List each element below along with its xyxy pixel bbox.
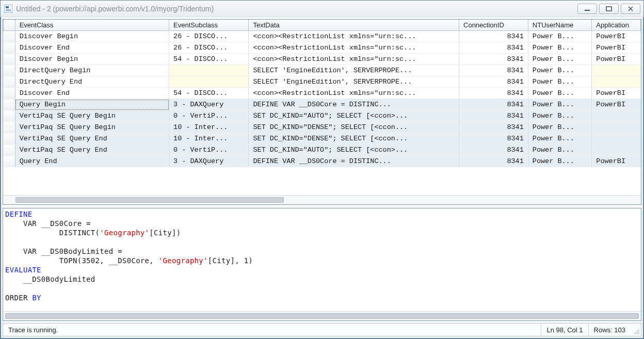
cell-event-class[interactable]: VertiPaq SE Query End — [15, 144, 169, 156]
cell-text-data[interactable]: <ccon><RestrictionList xmlns="urn:sc... — [249, 54, 459, 65]
cell-event-class[interactable]: Query End — [15, 156, 169, 167]
cell-text-data[interactable]: SELECT 'EngineEdition', SERVERPROPE... — [249, 76, 459, 88]
grid-horizontal-scrollbar[interactable] — [3, 195, 641, 204]
row-header[interactable] — [4, 88, 15, 99]
cell-text-data[interactable]: <ccon><RestrictionList xmlns="urn:sc... — [249, 88, 459, 99]
cell-event-class[interactable]: Discover End — [15, 88, 169, 99]
cell-nt-user[interactable]: Power B... — [528, 88, 592, 99]
cell-event-class[interactable]: Discover Begin — [15, 54, 169, 65]
table-row[interactable]: VertiPaq SE Query Begin0 - VertiP...SET … — [4, 110, 641, 122]
text-data-viewer[interactable]: DEFINE VAR __DS0Core = DISTINCT('Geograp… — [3, 208, 641, 311]
cell-text-data[interactable]: <ccon><RestrictionList xmlns="urn:sc... — [249, 42, 459, 54]
cell-event-class[interactable]: VertiPaq SE Query Begin — [15, 110, 169, 122]
cell-event-class[interactable]: VertiPaq SE Query Begin — [15, 122, 169, 133]
grid-rowheader-corner[interactable] — [4, 20, 15, 31]
row-header[interactable] — [4, 156, 15, 167]
cell-text-data[interactable]: <ccon><RestrictionList xmlns="urn:sc... — [249, 31, 459, 42]
cell-nt-user[interactable]: Power B... — [528, 99, 592, 110]
col-text-data[interactable]: TextData — [249, 20, 459, 31]
table-row[interactable]: Discover Begin26 - DISCO...<ccon><Restri… — [4, 31, 641, 42]
scrollbar-thumb[interactable] — [15, 197, 284, 203]
table-row[interactable]: VertiPaq SE Query Begin10 - Inter...SET … — [4, 122, 641, 133]
row-header[interactable] — [4, 76, 15, 88]
cell-nt-user[interactable]: Power B... — [528, 133, 592, 144]
cell-application[interactable]: PowerBI — [592, 31, 641, 42]
cell-connection-id[interactable]: 8341 — [459, 54, 528, 65]
cell-event-class[interactable]: Discover End — [15, 42, 169, 54]
cell-event-subclass[interactable]: 10 - Inter... — [169, 122, 249, 133]
cell-application[interactable] — [592, 144, 641, 156]
resize-grip-icon[interactable] — [631, 324, 641, 336]
table-row[interactable]: Discover End54 - DISCO...<ccon><Restrict… — [4, 88, 641, 99]
col-nt-user-name[interactable]: NTUserName — [528, 20, 592, 31]
row-header[interactable] — [4, 99, 15, 110]
col-application[interactable]: Application — [592, 20, 641, 31]
cell-text-data[interactable]: DEFINE VAR __DS0Core = DISTINC... — [249, 99, 459, 110]
cell-event-subclass[interactable]: 3 - DAXQuery — [169, 99, 249, 110]
cell-nt-user[interactable]: Power B... — [528, 122, 592, 133]
cell-connection-id[interactable]: 8341 — [459, 88, 528, 99]
row-header[interactable] — [4, 122, 15, 133]
cell-connection-id[interactable]: 8341 — [459, 122, 528, 133]
table-row[interactable]: VertiPaq SE Query End0 - VertiP...SET DC… — [4, 144, 641, 156]
cell-text-data[interactable]: SET DC_KIND="AUTO"; SELECT [<ccon>... — [249, 110, 459, 122]
row-header[interactable] — [4, 31, 15, 42]
cell-connection-id[interactable]: 8341 — [459, 133, 528, 144]
cell-event-class[interactable]: Query Begin — [15, 99, 169, 110]
cell-event-subclass[interactable]: 54 - DISCO... — [169, 88, 249, 99]
table-row[interactable]: DirectQuery End SELECT 'EngineEdition', … — [4, 76, 641, 88]
col-event-subclass[interactable]: EventSubclass — [169, 20, 249, 31]
cell-nt-user[interactable]: Power B... — [528, 54, 592, 65]
table-row[interactable]: Query Begin3 - DAXQueryDEFINE VAR __DS0C… — [4, 99, 641, 110]
cell-connection-id[interactable]: 8341 — [459, 65, 528, 76]
cell-event-subclass[interactable]: 0 - VertiP... — [169, 144, 249, 156]
cell-event-subclass[interactable]: 3 - DAXQuery — [169, 156, 249, 167]
cell-connection-id[interactable]: 8341 — [459, 31, 528, 42]
scrollbar-thumb[interactable] — [5, 313, 639, 319]
cell-nt-user[interactable]: Power B... — [528, 110, 592, 122]
cell-event-subclass[interactable] — [169, 76, 249, 88]
cell-nt-user[interactable]: Power B... — [528, 31, 592, 42]
cell-text-data[interactable]: SELECT 'EngineEdition', SERVERPROPE... — [249, 65, 459, 76]
cell-application[interactable] — [592, 76, 641, 88]
cell-nt-user[interactable]: Power B... — [528, 144, 592, 156]
row-header[interactable] — [4, 133, 15, 144]
cell-application[interactable] — [592, 122, 641, 133]
cell-nt-user[interactable]: Power B... — [528, 42, 592, 54]
col-connection-id[interactable]: ConnectionID — [459, 20, 528, 31]
cell-application[interactable]: PowerBI — [592, 42, 641, 54]
trace-grid[interactable]: EventClass EventSubclass TextData Connec… — [3, 20, 641, 167]
cell-connection-id[interactable]: 8341 — [459, 144, 528, 156]
row-header[interactable] — [4, 110, 15, 122]
cell-nt-user[interactable]: Power B... — [528, 156, 592, 167]
table-row[interactable]: VertiPaq SE Query End10 - Inter...SET DC… — [4, 133, 641, 144]
close-button[interactable] — [621, 4, 640, 14]
cell-event-class[interactable]: Discover Begin — [15, 31, 169, 42]
cell-application[interactable]: PowerBI — [592, 99, 641, 110]
row-header[interactable] — [4, 54, 15, 65]
cell-event-subclass[interactable]: 26 - DISCO... — [169, 31, 249, 42]
cell-text-data[interactable]: SET DC_KIND="DENSE"; SELECT [<ccon... — [249, 133, 459, 144]
maximize-button[interactable] — [599, 4, 619, 14]
cell-application[interactable] — [592, 133, 641, 144]
cell-nt-user[interactable]: Power B... — [528, 76, 592, 88]
table-row[interactable]: Discover Begin54 - DISCO...<ccon><Restri… — [4, 54, 641, 65]
trace-grid-scroll[interactable]: EventClass EventSubclass TextData Connec… — [3, 20, 641, 195]
cell-event-subclass[interactable]: 10 - Inter... — [169, 133, 249, 144]
cell-application[interactable] — [592, 65, 641, 76]
cell-text-data[interactable]: SET DC_KIND="AUTO"; SELECT [<ccon>... — [249, 144, 459, 156]
cell-event-class[interactable]: VertiPaq SE Query End — [15, 133, 169, 144]
cell-event-subclass[interactable]: 54 - DISCO... — [169, 54, 249, 65]
row-header[interactable] — [4, 65, 15, 76]
cell-connection-id[interactable]: 8341 — [459, 110, 528, 122]
cell-application[interactable]: PowerBI — [592, 54, 641, 65]
cell-text-data[interactable]: DEFINE VAR __DS0Core = DISTINC... — [249, 156, 459, 167]
cell-connection-id[interactable]: 8341 — [459, 42, 528, 54]
cell-event-subclass[interactable] — [169, 65, 249, 76]
table-row[interactable]: Query End3 - DAXQueryDEFINE VAR __DS0Cor… — [4, 156, 641, 167]
table-row[interactable]: Discover End26 - DISCO...<ccon><Restrict… — [4, 42, 641, 54]
cell-text-data[interactable]: SET DC_KIND="DENSE"; SELECT [<ccon... — [249, 122, 459, 133]
cell-connection-id[interactable]: 8341 — [459, 76, 528, 88]
col-event-class[interactable]: EventClass — [15, 20, 169, 31]
cell-event-subclass[interactable]: 26 - DISCO... — [169, 42, 249, 54]
